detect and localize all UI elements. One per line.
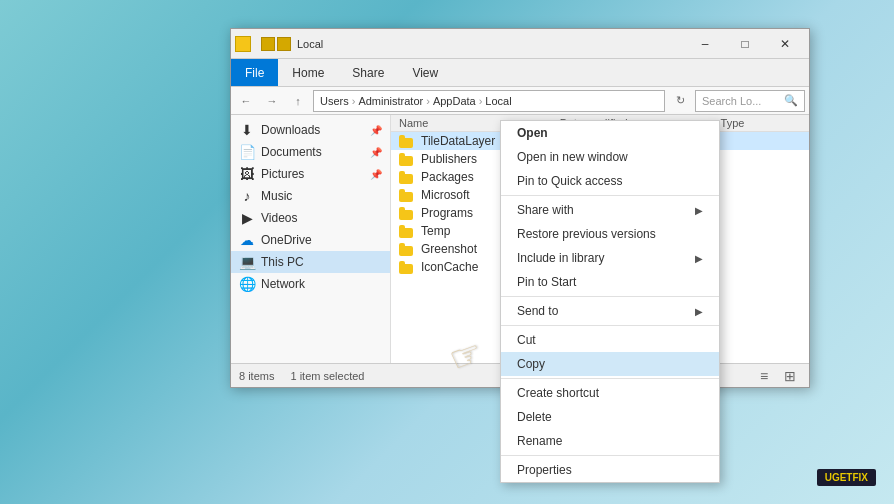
tab-share[interactable]: Share: [338, 59, 398, 86]
search-icon[interactable]: 🔍: [784, 94, 798, 107]
ctx-sep-2: [501, 296, 719, 297]
breadcrumb-local: Local: [485, 95, 511, 107]
close-button[interactable]: ✕: [765, 29, 805, 59]
quick-icon-2[interactable]: [277, 37, 291, 51]
folder-icon-packages: [399, 170, 415, 184]
context-menu: Open Open in new window Pin to Quick acc…: [500, 120, 720, 483]
address-bar: ← → ↑ Users › Administrator › AppData › …: [231, 87, 809, 115]
watermark-prefix: UG: [825, 472, 840, 483]
ctx-pin-start[interactable]: Pin to Start: [501, 270, 719, 294]
list-view-button[interactable]: ≡: [753, 367, 775, 385]
window-controls: – □ ✕: [685, 29, 805, 59]
view-controls: ≡ ⊞: [753, 367, 801, 385]
breadcrumb-appdata: AppData: [433, 95, 476, 107]
network-icon: 🌐: [239, 276, 255, 292]
ctx-include-library[interactable]: Include in library ▶: [501, 246, 719, 270]
sidebar-label-network: Network: [261, 277, 382, 291]
tab-file[interactable]: File: [231, 59, 278, 86]
ctx-sep-1: [501, 195, 719, 196]
folder-icon-iconcache: [399, 260, 415, 274]
quick-access-icons: [261, 37, 291, 51]
pin-icon-downloads: 📌: [370, 125, 382, 136]
downloads-icon: ⬇: [239, 122, 255, 138]
pin-icon-pictures: 📌: [370, 169, 382, 180]
ctx-create-shortcut[interactable]: Create shortcut: [501, 381, 719, 405]
tab-home[interactable]: Home: [278, 59, 338, 86]
back-button[interactable]: ←: [235, 90, 257, 112]
ctx-cut[interactable]: Cut: [501, 328, 719, 352]
ribbon: File Home Share View: [231, 59, 809, 87]
item-count: 8 items: [239, 370, 274, 382]
ctx-open-new-window[interactable]: Open in new window: [501, 145, 719, 169]
sidebar-item-downloads[interactable]: ⬇ Downloads 📌: [231, 119, 390, 141]
include-library-arrow: ▶: [695, 253, 703, 264]
ctx-sep-5: [501, 455, 719, 456]
title-text: Local: [297, 38, 323, 50]
ctx-pin-quick-access[interactable]: Pin to Quick access: [501, 169, 719, 193]
sidebar-item-network[interactable]: 🌐 Network: [231, 273, 390, 295]
folder-icon-greenshot: [399, 242, 415, 256]
onedrive-icon: ☁: [239, 232, 255, 248]
send-to-arrow: ▶: [695, 306, 703, 317]
sidebar-label-documents: Documents: [261, 145, 370, 159]
pictures-icon: 🖼: [239, 166, 255, 182]
folder-icon-programs: [399, 206, 415, 220]
ctx-delete[interactable]: Delete: [501, 405, 719, 429]
ctx-copy[interactable]: Copy: [501, 352, 719, 376]
title-bar-icons: [235, 36, 255, 52]
ctx-sep-4: [501, 378, 719, 379]
music-icon: ♪: [239, 188, 255, 204]
sidebar-label-pictures: Pictures: [261, 167, 370, 181]
watermark-suffix: FIX: [852, 472, 868, 483]
watermark: UGETFIX: [817, 469, 876, 486]
ctx-send-to[interactable]: Send to ▶: [501, 299, 719, 323]
ctx-open[interactable]: Open: [501, 121, 719, 145]
ctx-rename[interactable]: Rename: [501, 429, 719, 453]
address-path[interactable]: Users › Administrator › AppData › Local: [313, 90, 665, 112]
ctx-sep-3: [501, 325, 719, 326]
grid-view-button[interactable]: ⊞: [779, 367, 801, 385]
sidebar-item-onedrive[interactable]: ☁ OneDrive: [231, 229, 390, 251]
ctx-share-with[interactable]: Share with ▶: [501, 198, 719, 222]
tab-view[interactable]: View: [398, 59, 452, 86]
watermark-highlight: ET: [840, 472, 853, 483]
sidebar-label-videos: Videos: [261, 211, 382, 225]
refresh-button[interactable]: ↻: [669, 90, 691, 112]
title-bar: Local – □ ✕: [231, 29, 809, 59]
search-placeholder: Search Lo...: [702, 95, 761, 107]
breadcrumb-users: Users: [320, 95, 349, 107]
ctx-restore-versions[interactable]: Restore previous versions: [501, 222, 719, 246]
up-button[interactable]: ↑: [287, 90, 309, 112]
header-type[interactable]: Type: [721, 117, 801, 129]
sidebar-label-onedrive: OneDrive: [261, 233, 382, 247]
forward-button[interactable]: →: [261, 90, 283, 112]
sidebar: ⬇ Downloads 📌 📄 Documents 📌 🖼 Pictures 📌…: [231, 115, 391, 363]
folder-icon-temp: [399, 224, 415, 238]
sidebar-label-thispc: This PC: [261, 255, 382, 269]
search-box[interactable]: Search Lo... 🔍: [695, 90, 805, 112]
folder-icon-publishers: [399, 152, 415, 166]
folder-title-icon: [235, 36, 251, 52]
window-title: Local: [297, 38, 685, 50]
quick-icon-1[interactable]: [261, 37, 275, 51]
pin-icon-documents: 📌: [370, 147, 382, 158]
sidebar-item-music[interactable]: ♪ Music: [231, 185, 390, 207]
thispc-icon: 💻: [239, 254, 255, 270]
folder-icon-microsoft: [399, 188, 415, 202]
selection-count: 1 item selected: [290, 370, 364, 382]
sidebar-item-documents[interactable]: 📄 Documents 📌: [231, 141, 390, 163]
breadcrumb-admin: Administrator: [358, 95, 423, 107]
sidebar-item-thispc[interactable]: 💻 This PC: [231, 251, 390, 273]
sidebar-label-downloads: Downloads: [261, 123, 370, 137]
documents-icon: 📄: [239, 144, 255, 160]
share-with-arrow: ▶: [695, 205, 703, 216]
minimize-button[interactable]: –: [685, 29, 725, 59]
folder-icon-tiledatalayer: [399, 134, 415, 148]
sidebar-item-videos[interactable]: ▶ Videos: [231, 207, 390, 229]
sidebar-label-music: Music: [261, 189, 382, 203]
maximize-button[interactable]: □: [725, 29, 765, 59]
sidebar-item-pictures[interactable]: 🖼 Pictures 📌: [231, 163, 390, 185]
ctx-properties[interactable]: Properties: [501, 458, 719, 482]
videos-icon: ▶: [239, 210, 255, 226]
